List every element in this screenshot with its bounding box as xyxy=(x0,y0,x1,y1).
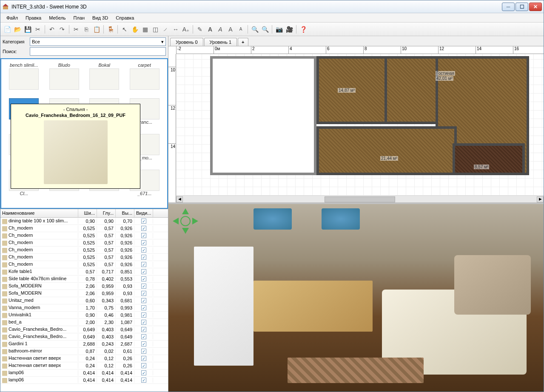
visibility-checkbox[interactable]: ✓ xyxy=(141,378,146,383)
menu-file[interactable]: Файл xyxy=(3,14,21,21)
save-icon[interactable]: 💾 xyxy=(23,25,32,34)
menu-edit[interactable]: Правка xyxy=(22,14,45,21)
nav-left-icon[interactable] xyxy=(173,218,179,224)
catalog-item[interactable]: Bludo xyxy=(45,62,84,97)
visibility-checkbox[interactable]: ✓ xyxy=(141,262,146,267)
visibility-checkbox[interactable]: ✓ xyxy=(141,269,146,274)
help-icon[interactable]: ❓ xyxy=(299,25,308,34)
table-row[interactable]: Side table 40x78cm slimline0,780,4020,55… xyxy=(0,276,168,283)
category-select[interactable]: Все▾ xyxy=(30,37,166,46)
maximize-button[interactable]: ☐ xyxy=(516,3,528,11)
visibility-checkbox[interactable]: ✓ xyxy=(141,276,146,281)
visibility-checkbox[interactable]: ✓ xyxy=(141,219,146,224)
visibility-checkbox[interactable]: ✓ xyxy=(141,312,146,318)
catalog-item[interactable]: carpet xyxy=(125,62,164,97)
visibility-checkbox[interactable]: ✓ xyxy=(141,363,146,368)
table-row[interactable]: Настенная светит вверх0,240,120,26✓ xyxy=(0,355,168,362)
table-row[interactable]: Ch_modern0,5250,570,926✓ xyxy=(0,239,168,247)
visibility-checkbox[interactable]: ✓ xyxy=(141,341,146,347)
tab-add[interactable]: + xyxy=(238,38,248,46)
visibility-checkbox[interactable]: ✓ xyxy=(141,233,146,238)
visibility-checkbox[interactable]: ✓ xyxy=(141,334,146,339)
paste-icon[interactable]: 📋 xyxy=(92,25,101,34)
catalog-item[interactable]: Bokal xyxy=(85,62,124,97)
table-row[interactable]: Unitaz_med0,600,3430,681✓ xyxy=(0,297,168,304)
catalog-item[interactable]: bench slimli... xyxy=(5,62,43,97)
table-row[interactable]: Sofa_MODERN2,060,9590,93✓ xyxy=(0,290,168,297)
visibility-checkbox[interactable]: ✓ xyxy=(141,327,146,332)
col-width[interactable]: Ши... xyxy=(78,209,97,217)
dimension-icon[interactable]: ↔ xyxy=(171,25,180,34)
italic-icon[interactable]: A xyxy=(216,25,225,34)
visibility-checkbox[interactable]: ✓ xyxy=(141,240,146,245)
table-row[interactable]: Cavio_Francheska_Bedro...0,6490,4030,649… xyxy=(0,326,168,333)
col-visible[interactable]: Види... xyxy=(134,209,153,217)
nav-center-icon[interactable] xyxy=(180,216,191,226)
undo-icon[interactable]: ↶ xyxy=(48,25,56,34)
bold-icon[interactable]: A xyxy=(206,25,214,34)
table-row[interactable]: Gardini 12,6880,2432,687✓ xyxy=(0,341,168,348)
copy-icon[interactable]: ⎘ xyxy=(82,25,91,34)
table-row[interactable]: Umivalnik10,900,460,981✓ xyxy=(0,312,168,319)
table-row[interactable]: bed_a2,002,301,087✓ xyxy=(0,319,168,326)
scroll-thumb[interactable] xyxy=(325,196,395,202)
nav-compass[interactable] xyxy=(173,208,198,234)
visibility-checkbox[interactable]: ✓ xyxy=(141,247,146,253)
table-row[interactable]: Cavio_Francheska_Bedro...0,6490,4030,649… xyxy=(0,333,168,341)
visibility-checkbox[interactable]: ✓ xyxy=(141,298,146,303)
font-inc-icon[interactable]: A xyxy=(226,25,235,34)
photo-icon[interactable]: 📷 xyxy=(275,25,283,34)
table-row[interactable]: Ch_modern0,5250,570,926✓ xyxy=(0,225,168,232)
tab-level1[interactable]: Уровень 1 xyxy=(204,38,237,46)
catalog-view[interactable]: bench slimli...BludoBokalcarpetCa...Fran… xyxy=(0,58,168,209)
select-icon[interactable]: ↖ xyxy=(120,25,129,34)
col-name[interactable]: Наименование xyxy=(0,209,78,217)
zoom-in-icon[interactable]: 🔍 xyxy=(251,25,259,34)
table-row[interactable]: Ch_modern0,5250,570,926✓ xyxy=(0,261,168,268)
table-row[interactable]: Ch_modern0,5250,570,926✓ xyxy=(0,232,168,239)
menu-plan[interactable]: План xyxy=(70,14,88,21)
visibility-checkbox[interactable]: ✓ xyxy=(141,320,146,325)
table-row[interactable]: Vanna_modern1,700,750,993✓ xyxy=(0,304,168,312)
table-body[interactable]: dining table 100 x 100 slim...0,900,900,… xyxy=(0,218,168,392)
col-depth[interactable]: Глу... xyxy=(97,209,116,217)
table-row[interactable]: lamp060,4140,4140,414✓ xyxy=(0,377,168,384)
visibility-checkbox[interactable]: ✓ xyxy=(141,356,146,361)
prefs-icon[interactable]: ✂ xyxy=(34,25,42,34)
view-3d[interactable] xyxy=(168,204,544,392)
col-height[interactable]: Вы... xyxy=(116,209,134,217)
nav-right-icon[interactable] xyxy=(192,218,198,224)
visibility-checkbox[interactable]: ✓ xyxy=(141,226,146,231)
visibility-checkbox[interactable]: ✓ xyxy=(141,349,146,354)
table-row[interactable]: Настенная светит вверх0,240,120,26✓ xyxy=(0,362,168,369)
visibility-checkbox[interactable]: ✓ xyxy=(141,284,146,289)
floorplan[interactable]: 14,87 м²21,44 м²Гостиная42,01 м²8,57 м² xyxy=(176,54,544,196)
table-row[interactable]: dining table 100 x 100 slim...0,900,900,… xyxy=(0,218,168,225)
room-icon[interactable]: ◫ xyxy=(151,25,159,34)
visibility-checkbox[interactable]: ✓ xyxy=(141,305,146,310)
table-row[interactable]: Sofa_MODERN2,060,9590,93✓ xyxy=(0,283,168,290)
visibility-checkbox[interactable]: ✓ xyxy=(141,370,146,375)
nav-up-icon[interactable] xyxy=(182,208,189,214)
zoom-out-icon[interactable]: 🔍 xyxy=(261,25,269,34)
plan-canvas[interactable]: 🔒 -20м246810121416 101214 14,87 м²21,44 … xyxy=(168,46,544,202)
text-icon[interactable]: A₊ xyxy=(182,25,190,34)
table-row[interactable]: Ch_modern0,5250,570,926✓ xyxy=(0,247,168,254)
wall-icon[interactable]: ▦ xyxy=(141,25,149,34)
minimize-button[interactable]: ─ xyxy=(502,3,515,11)
visibility-checkbox[interactable]: ✓ xyxy=(141,255,146,260)
tab-level0[interactable]: Уровень 0 xyxy=(170,38,203,46)
menu-furniture[interactable]: Мебель xyxy=(46,14,69,21)
table-row[interactable]: Kofe table10,570,7170,851✓ xyxy=(0,268,168,276)
font-dec-icon[interactable]: A xyxy=(236,25,245,34)
table-row[interactable]: bathroom-mirror0,870,020,61✓ xyxy=(0,348,168,355)
close-button[interactable]: ✕ xyxy=(529,3,542,11)
new-icon[interactable]: 📄 xyxy=(3,25,11,34)
add-furniture-icon[interactable]: 🪑 xyxy=(106,25,115,34)
pan-icon[interactable]: ✋ xyxy=(131,25,139,34)
scroll-right-icon[interactable]: ▶ xyxy=(537,196,544,202)
table-row[interactable]: Ch_modern0,5250,570,926✓ xyxy=(0,254,168,261)
plan-scrollbar[interactable]: ◀ ▶ xyxy=(176,196,544,202)
redo-icon[interactable]: ↷ xyxy=(58,25,66,34)
scroll-left-icon[interactable]: ◀ xyxy=(176,196,183,202)
